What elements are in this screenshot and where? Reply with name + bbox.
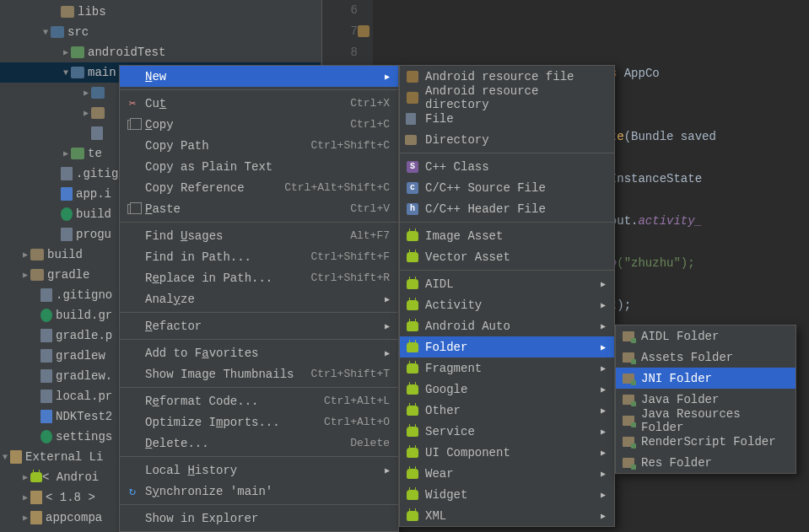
menu-item[interactable]: New▶ xyxy=(120,66,398,87)
menu-label: Google xyxy=(425,383,597,396)
file-gradle-icon xyxy=(40,430,52,443)
menu-item[interactable]: Java Resources Folder xyxy=(616,410,796,431)
menu-label: Show Image Thumbnails xyxy=(145,368,310,381)
menu-item[interactable]: Activity▶ xyxy=(400,294,614,315)
submenu-arrow-icon: ▶ xyxy=(381,72,390,82)
menu-item[interactable]: Replace in Path...Ctrl+Shift+R xyxy=(120,267,398,288)
menu-item[interactable]: Res Folder xyxy=(616,452,796,473)
expand-arrow[interactable]: ▼ xyxy=(40,28,51,37)
shortcut: Alt+F7 xyxy=(350,229,390,242)
tree-item[interactable]: ▼src xyxy=(0,22,321,42)
menu-item[interactable]: Copy as Plain Text xyxy=(120,156,398,177)
menu-item[interactable]: File xyxy=(400,108,614,129)
submenu-arrow-icon: ▶ xyxy=(381,348,390,358)
menu-item[interactable]: Other▶ xyxy=(400,400,614,421)
menu-label: Service xyxy=(425,425,597,438)
menu-item[interactable]: Show Image ThumbnailsCtrl+Shift+T xyxy=(120,363,398,384)
menu-item[interactable]: Delete...Delete xyxy=(120,433,398,454)
menu-item[interactable]: hC/C++ Header File xyxy=(400,198,614,219)
menu-item[interactable]: Reformat Code...Ctrl+Alt+L xyxy=(120,390,398,411)
menu-label: Assets Folder xyxy=(641,351,787,364)
menu-item[interactable]: Find UsagesAlt+F7 xyxy=(120,225,398,246)
menu-item[interactable]: ↻Synchronize 'main' xyxy=(120,481,398,502)
menu-item[interactable]: XML▶ xyxy=(400,505,614,526)
menu-item[interactable]: cC/C++ Source File xyxy=(400,177,614,198)
expand-arrow[interactable]: ▶ xyxy=(81,88,91,98)
menu-item[interactable]: ✂CutCtrl+X xyxy=(120,93,398,114)
menu-item[interactable]: Copy ReferenceCtrl+Alt+Shift+C xyxy=(120,177,398,198)
expand-arrow[interactable]: ▶ xyxy=(20,250,30,260)
lib-icon xyxy=(10,450,22,464)
menu-item[interactable]: Vector Asset xyxy=(400,246,614,267)
new-submenu[interactable]: Android resource fileAndroid resource di… xyxy=(399,65,615,527)
expand-arrow[interactable]: ▶ xyxy=(20,492,30,502)
menu-item[interactable]: Android resource directory xyxy=(400,87,614,108)
menu-item[interactable]: Find in Path...Ctrl+Shift+F xyxy=(120,246,398,267)
menu-item[interactable]: AIDL Folder xyxy=(616,325,796,347)
submenu-arrow-icon: ▶ xyxy=(597,342,606,352)
menu-item[interactable]: Refactor▶ xyxy=(120,315,398,336)
folder-submenu[interactable]: AIDL FolderAssets FolderJNI FolderJava F… xyxy=(615,325,796,474)
submenu-arrow-icon: ▶ xyxy=(597,427,606,437)
expand-arrow[interactable]: ▶ xyxy=(81,108,91,118)
tree-label: te xyxy=(88,147,102,160)
expand-arrow[interactable]: ▶ xyxy=(61,47,71,57)
tree-label: NDKTest2 xyxy=(56,410,112,423)
menu-item[interactable]: Google▶ xyxy=(400,379,614,400)
menu-item[interactable]: CopyCtrl+C xyxy=(120,114,398,135)
menu-item[interactable]: Copy PathCtrl+Shift+C xyxy=(120,135,398,156)
file-gradle-icon xyxy=(61,207,73,221)
menu-item[interactable]: Optimize Imports...Ctrl+Alt+O xyxy=(120,411,398,433)
menu-label: Res Folder xyxy=(641,456,787,470)
submenu-arrow-icon: ▶ xyxy=(597,448,606,458)
shortcut: Ctrl+Alt+Shift+C xyxy=(284,181,390,194)
menu-item[interactable]: Local History▶ xyxy=(120,459,398,481)
menu-item[interactable]: PasteCtrl+V xyxy=(120,198,398,219)
expand-arrow[interactable]: ▼ xyxy=(61,68,71,78)
menu-item[interactable]: SC++ Class xyxy=(400,156,614,177)
expand-arrow[interactable]: ▶ xyxy=(20,472,30,482)
expand-arrow[interactable]: ▶ xyxy=(20,270,30,280)
menu-item[interactable]: Analyze▶ xyxy=(120,288,398,309)
tree-item[interactable]: ▶androidTest xyxy=(0,42,321,62)
override-icon[interactable] xyxy=(358,25,369,37)
menu-item[interactable]: Service▶ xyxy=(400,421,614,442)
menu-label: Directory xyxy=(425,133,606,147)
context-menu[interactable]: New▶✂CutCtrl+XCopyCtrl+CCopy PathCtrl+Sh… xyxy=(119,65,399,532)
file-icon xyxy=(40,349,52,363)
menu-item[interactable]: AIDL▶ xyxy=(400,273,614,294)
menu-item[interactable]: UI Component▶ xyxy=(400,442,614,463)
menu-item[interactable]: Folder▶ xyxy=(400,336,614,357)
tree-label: gradlew xyxy=(56,349,105,363)
expand-arrow[interactable]: ▶ xyxy=(61,148,71,159)
menu-item[interactable]: Add to Favorites▶ xyxy=(120,342,398,363)
android-icon xyxy=(405,488,420,502)
folder-green-icon xyxy=(71,148,84,159)
menu-item[interactable]: JNI Folder xyxy=(616,368,796,389)
menu-item[interactable]: RenderScript Folder xyxy=(616,431,796,452)
tree-item[interactable]: libs xyxy=(0,2,321,22)
menu-label: New xyxy=(145,70,381,83)
menu-item[interactable]: Show in Explorer xyxy=(120,508,398,529)
menu-item[interactable]: Widget▶ xyxy=(400,484,614,505)
shortcut: Ctrl+Shift+R xyxy=(310,271,390,284)
menu-item[interactable]: Fragment▶ xyxy=(400,357,614,379)
expand-arrow[interactable]: ▶ xyxy=(20,513,30,523)
cpp-icon: h xyxy=(405,202,420,216)
menu-item[interactable]: Assets Folder xyxy=(616,347,796,368)
submenu-arrow-icon: ▶ xyxy=(597,490,606,500)
menu-item[interactable]: Directory xyxy=(400,129,614,150)
expand-arrow[interactable]: ▼ xyxy=(0,453,10,462)
file-gradle-icon xyxy=(40,309,52,322)
file-icon xyxy=(61,228,73,241)
menu-item[interactable]: Android Auto▶ xyxy=(400,315,614,336)
folder-icon xyxy=(621,330,636,343)
field: activity_ xyxy=(638,214,702,228)
menu-item[interactable]: Image Asset xyxy=(400,225,614,246)
submenu-arrow-icon: ▶ xyxy=(597,469,606,479)
folder-icon xyxy=(91,107,105,119)
menu-item[interactable]: Wear▶ xyxy=(400,463,614,484)
shortcut: Ctrl+Alt+L xyxy=(324,395,390,407)
menu-label: Fragment xyxy=(425,362,597,375)
submenu-arrow-icon: ▶ xyxy=(597,363,606,373)
